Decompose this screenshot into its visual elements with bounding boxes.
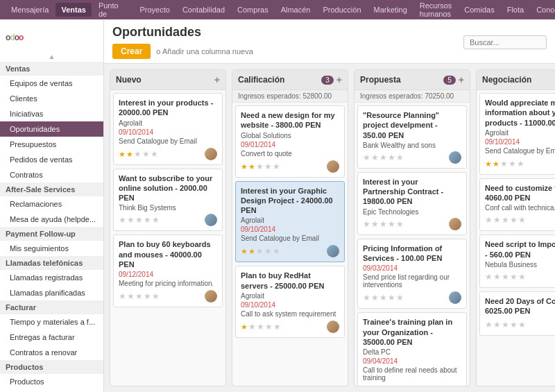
sidebar-item-presupuestos[interactable]: Presupuestos <box>0 137 103 152</box>
sidebar-section-facturar[interactable]: Facturar <box>0 300 103 314</box>
nav-flota[interactable]: Flota <box>502 3 529 17</box>
sidebar-section-ventas[interactable]: Ventas <box>0 62 103 76</box>
content-area: Oportunidades Crear o Añadir una columna… <box>104 19 555 392</box>
card-stars[interactable]: ★★★★★ <box>485 320 527 330</box>
sidebar-item-contratos-renovar[interactable]: Contratos a renovar <box>0 345 103 360</box>
sidebar-item-tecnologia-odoo[interactable]: Con tecnología de Odoo <box>0 389 103 392</box>
sidebar-section-payment[interactable]: Payment Follow-up <box>0 227 103 241</box>
nav-marketing[interactable]: Marketing <box>368 3 413 17</box>
sidebar-item-pedidos[interactable]: Pedidos de ventas <box>0 152 103 167</box>
nav-ventas[interactable]: Ventas <box>56 3 91 17</box>
card-stars[interactable]: ★★★★★ <box>119 291 160 301</box>
nav-comidas[interactable]: Comidas <box>459 3 500 17</box>
sidebar-item-tiempo[interactable]: Tiempo y materiales a f... <box>0 314 103 330</box>
card-date: 09/10/2014 <box>485 138 555 146</box>
card-prop-4[interactable]: Trainee's training plan in your Organiza… <box>357 312 467 386</box>
column-add-nuevo[interactable]: + <box>214 74 220 85</box>
card-footer: ★★★★★ <box>363 218 461 230</box>
card-stars[interactable]: ★★★★★ <box>363 153 404 162</box>
sidebar-item-iniciativas[interactable]: Iniciativas <box>0 106 103 121</box>
card-prop-1[interactable]: "Resource Planning" project develpment -… <box>357 105 467 169</box>
card-stars[interactable]: ★★★★★ <box>363 293 404 302</box>
card-2[interactable]: Want to subscribe to your online solutio… <box>113 169 223 232</box>
page-title: Oportunidades <box>112 25 253 40</box>
card-neg-4[interactable]: Need 20 Days of Cons... 6025.00 PEN ★★★★… <box>479 291 555 336</box>
card-stars[interactable]: ★★★★★ <box>119 215 160 225</box>
odoo-logo: odoo <box>6 26 23 44</box>
card-neg-3[interactable]: Need script to Import data - 560.00 PEN … <box>479 235 555 288</box>
card-stars[interactable]: ★★★★★ <box>241 246 281 256</box>
column-cards-propuesta: "Resource Planning" project develpment -… <box>355 103 470 386</box>
card-neg-1[interactable]: Would appreciate more information about … <box>479 93 555 175</box>
search-input[interactable] <box>463 35 547 49</box>
sidebar-section-productos[interactable]: Productos <box>0 360 103 374</box>
sidebar-item-llamadas-reg[interactable]: Llamadas registradas <box>0 270 103 285</box>
column-header-calificacion: Calificación 3 + <box>232 70 348 90</box>
kanban-board: Nuevo + Interest in your products - 2000… <box>104 64 555 392</box>
column-cards-negociacion: Would appreciate more information about … <box>477 90 555 386</box>
column-income-calificacion: Ingresos esperados: 52800.00 <box>232 90 348 103</box>
card-footer: ★★★★★ <box>485 271 555 283</box>
column-header-propuesta: Propuesta 5 + <box>355 70 470 90</box>
avatar <box>327 160 339 173</box>
avatar <box>449 291 461 304</box>
card-stars[interactable]: ★★★★★ <box>485 159 525 169</box>
sidebar-item-contratos[interactable]: Contratos <box>0 167 103 182</box>
sidebar-item-equipos[interactable]: Equipos de ventas <box>0 76 103 91</box>
sidebar-section-after-sale[interactable]: After-Sale Services <box>0 182 103 196</box>
sidebar-item-helpdesk[interactable]: Mesa de ayuda (helpde... <box>0 212 103 227</box>
card-title: Need 20 Days of Cons... 6025.00 PEN <box>485 296 555 316</box>
content-header: Oportunidades Crear o Añadir una columna… <box>104 19 555 64</box>
create-button[interactable]: Crear <box>112 44 151 59</box>
avatar <box>449 218 461 230</box>
card-3[interactable]: Plan to buy 60 keyboards and mouses - 40… <box>113 235 223 307</box>
sidebar-item-seguimientos[interactable]: Mis seguimientos <box>0 241 103 256</box>
card-cal-2[interactable]: Interest in your Graphic Design Project … <box>235 181 345 263</box>
card-action: Call to ask system requirement <box>241 310 339 318</box>
card-prop-3[interactable]: Pricing Information of Services - 100.00… <box>357 239 467 309</box>
card-action: Meeting for pricing information. <box>119 280 217 287</box>
top-navigation: Mensajería Ventas Terminal Punto de Vent… <box>0 0 555 19</box>
card-company: Conf call with technica... <box>485 204 555 212</box>
nav-almacen[interactable]: Almacén <box>275 3 316 17</box>
card-company: Delta PC <box>363 348 461 356</box>
sidebar-item-llamadas-plan[interactable]: Llamadas planificadas <box>0 285 103 300</box>
sidebar-item-clientes[interactable]: Clientes <box>0 91 103 106</box>
nav-mensajeria[interactable]: Mensajería <box>6 3 54 17</box>
card-company: Epic Technologies <box>363 208 461 216</box>
card-footer: ★★★★★ <box>241 160 339 173</box>
column-badge-propuesta: 5 <box>443 76 456 85</box>
nav-conocimiento[interactable]: Conocimiento <box>531 3 555 17</box>
sidebar-item-reclamaciones[interactable]: Reclamaciones <box>0 196 103 212</box>
sidebar-item-entregas[interactable]: Entregas a facturar <box>0 330 103 345</box>
avatar <box>205 290 217 302</box>
card-stars[interactable]: ★★★★★ <box>241 322 282 332</box>
column-title-propuesta: Propuesta <box>360 75 401 85</box>
sidebar-item-productos[interactable]: Productos <box>0 374 103 389</box>
nav-compras[interactable]: Compras <box>232 3 274 17</box>
card-action: Send Catalogue by Email <box>241 235 339 242</box>
card-title: Need to customize the... - 4060.00 PEN <box>485 183 555 203</box>
add-column-link[interactable]: o Añadir una columna nueva <box>156 47 253 56</box>
card-stars[interactable]: ★★★★★ <box>363 219 404 229</box>
nav-proyecto[interactable]: Proyecto <box>134 3 175 17</box>
card-footer: ★★★★★ <box>485 318 555 331</box>
column-add-propuesta[interactable]: + <box>459 74 464 85</box>
scroll-up-arrow[interactable]: ▲ <box>0 51 103 62</box>
sidebar-section-llamadas[interactable]: Llamadas telefónicas <box>0 256 103 270</box>
card-prop-2[interactable]: Interest in your Partnership Contract - … <box>357 172 467 235</box>
sidebar-item-oportunidades[interactable]: Oportunidades <box>0 121 103 137</box>
card-footer: ★★★★★ <box>241 245 339 257</box>
card-stars[interactable]: ★★★★★ <box>241 162 281 171</box>
card-stars[interactable]: ★★★★★ <box>485 215 527 225</box>
card-stars[interactable]: ★★★★★ <box>119 149 159 159</box>
nav-produccion[interactable]: Producción <box>317 3 366 17</box>
nav-contabilidad[interactable]: Contabilidad <box>177 3 230 17</box>
card-1[interactable]: Interest in your products - 20000.00 PEN… <box>113 93 223 165</box>
column-add-calificacion[interactable]: + <box>336 74 342 85</box>
card-cal-1[interactable]: Need a new design for my website - 3800.… <box>235 105 345 178</box>
card-cal-3[interactable]: Plan to buy RedHat servers - 25000.00 PE… <box>235 266 345 338</box>
card-neg-2[interactable]: Need to customize the... - 4060.00 PEN C… <box>479 178 555 232</box>
nav-rrhh[interactable]: Recursos humanos <box>414 0 457 21</box>
card-stars[interactable]: ★★★★★ <box>485 272 527 282</box>
